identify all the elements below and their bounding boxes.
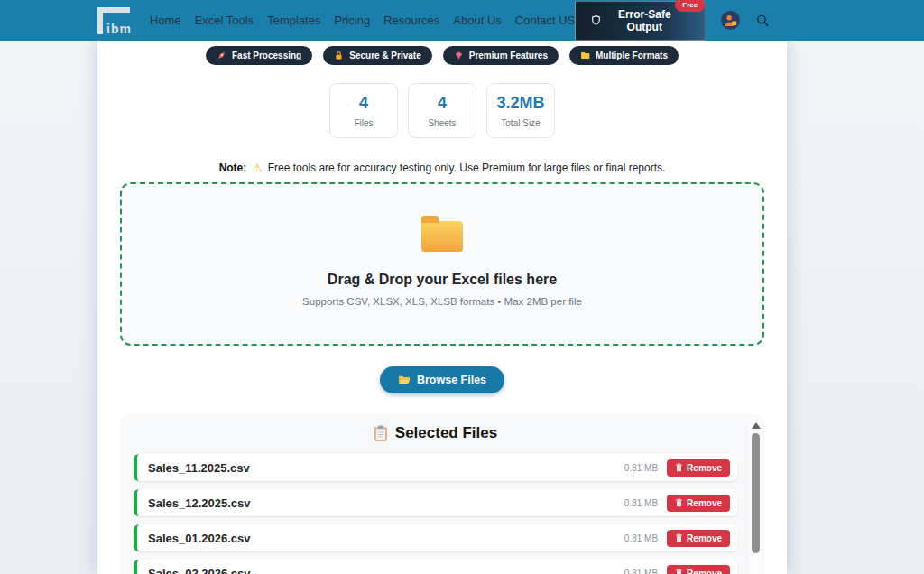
- stat-label: Total Size: [501, 118, 540, 128]
- file-size: 0.81 MB: [624, 498, 658, 508]
- error-safe-label: Error-Safe Output: [607, 8, 681, 33]
- selected-files-title: Selected Files: [134, 424, 737, 442]
- badge-label: Secure & Private: [349, 51, 421, 60]
- lock-icon: [334, 51, 344, 60]
- logo-icon: ibm: [97, 7, 130, 34]
- note-text: Free tools are for accuracy testing only…: [268, 162, 666, 174]
- remove-button[interactable]: Remove: [667, 459, 730, 477]
- selected-files-section: Selected Files Sales_11.2025.csv 0.81 MB…: [120, 414, 764, 574]
- warning-icon: ⚠: [253, 162, 263, 174]
- trash-icon: [675, 569, 683, 574]
- dropzone-subtitle: Supports CSV, XLSX, XLS, XLSB formats • …: [302, 296, 582, 307]
- stat-card-sheets: 4 Sheets: [408, 83, 476, 138]
- note: Note: ⚠ Free tools are for accuracy test…: [97, 162, 787, 174]
- nav-item-contact-us[interactable]: Contact US: [515, 14, 575, 27]
- page: { "navbar": { "logo_text": "ibm", "links…: [0, 0, 924, 574]
- gem-icon: [454, 51, 464, 60]
- nav-item-about-us[interactable]: About Us: [453, 14, 501, 27]
- file-size: 0.81 MB: [624, 463, 658, 473]
- stat-value: 4: [438, 94, 447, 113]
- trash-icon: [675, 463, 683, 472]
- stat-value: 4: [359, 94, 368, 113]
- file-row: Sales_11.2025.csv 0.81 MB Remove: [134, 454, 737, 481]
- file-row: Sales_01.2026.csv 0.81 MB Remove: [134, 524, 737, 551]
- logo-text: ibm: [106, 22, 132, 36]
- folder-icon: [421, 221, 463, 252]
- remove-label: Remove: [687, 498, 722, 508]
- error-safe-output-button[interactable]: Error-Safe Output Free: [575, 1, 706, 41]
- user-lock-icon[interactable]: [721, 9, 740, 32]
- scrollbar[interactable]: [750, 418, 762, 574]
- dropzone-title: Drag & Drop your Excel files here: [328, 272, 557, 288]
- badge-label: Premium Features: [469, 51, 548, 60]
- free-badge: Free: [675, 0, 705, 12]
- file-name: Sales_01.2026.csv: [148, 532, 251, 545]
- navbar: ibm Home Excel Tools Templates Pricing R…: [0, 0, 924, 41]
- remove-button[interactable]: Remove: [667, 495, 730, 512]
- nav-item-excel-tools[interactable]: Excel Tools: [195, 14, 254, 27]
- file-name: Sales_11.2025.csv: [148, 461, 250, 475]
- file-row: Sales_02.2026.csv 0.81 MB Remove: [134, 560, 737, 574]
- remove-button[interactable]: Remove: [667, 565, 730, 574]
- nav-item-resources[interactable]: Resources: [383, 14, 439, 27]
- remove-button[interactable]: Remove: [667, 530, 730, 547]
- stat-value: 3.2MB: [496, 94, 544, 113]
- stat-label: Sheets: [428, 118, 456, 128]
- feature-badges: Fast Processing Secure & Private Premium…: [97, 46, 787, 65]
- badge-secure-private: Secure & Private: [323, 46, 432, 65]
- file-size: 0.81 MB: [624, 533, 658, 543]
- stat-label: Files: [354, 118, 373, 128]
- nav-links: Home Excel Tools Templates Pricing Resou…: [150, 14, 575, 27]
- badge-premium-features: Premium Features: [443, 46, 559, 65]
- dropzone[interactable]: Drag & Drop your Excel files here Suppor…: [120, 182, 764, 346]
- scroll-up-arrow[interactable]: [752, 422, 761, 429]
- stat-card-files: 4 Files: [329, 83, 398, 138]
- main-content: Fast Processing Secure & Private Premium…: [97, 41, 787, 574]
- remove-label: Remove: [687, 569, 722, 574]
- file-list: Sales_11.2025.csv 0.81 MB Remove Sales_1…: [134, 454, 737, 574]
- rocket-icon: [217, 51, 226, 60]
- nav-item-home[interactable]: Home: [150, 14, 181, 27]
- badge-label: Fast Processing: [232, 51, 301, 60]
- nav-item-pricing[interactable]: Pricing: [334, 14, 370, 27]
- browse-row: Browse Files: [97, 366, 787, 393]
- note-label: Note:: [219, 162, 247, 174]
- nav-item-templates[interactable]: Templates: [267, 14, 320, 27]
- trash-icon: [675, 533, 683, 542]
- file-row: Sales_12.2025.csv 0.81 MB Remove: [134, 489, 737, 516]
- open-folder-icon: [398, 375, 411, 385]
- browse-files-button[interactable]: Browse Files: [380, 366, 504, 393]
- navbar-right: Error-Safe Output Free: [575, 1, 771, 41]
- clipboard-icon: [374, 425, 388, 442]
- file-name: Sales_02.2026.csv: [148, 567, 251, 574]
- remove-label: Remove: [687, 463, 722, 473]
- badge-multiple-formats: Multiple Formats: [569, 46, 679, 65]
- shield-icon: [590, 14, 602, 26]
- selected-files-label: Selected Files: [395, 424, 497, 442]
- folder-icon: [580, 51, 590, 60]
- trash-icon: [675, 498, 683, 507]
- badge-fast-processing: Fast Processing: [206, 46, 312, 65]
- badge-label: Multiple Formats: [596, 51, 668, 60]
- remove-label: Remove: [687, 533, 722, 543]
- stat-card-total-size: 3.2MB Total Size: [486, 83, 555, 138]
- scrollbar-thumb[interactable]: [752, 433, 760, 553]
- stats-row: 4 Files 4 Sheets 3.2MB Total Size: [97, 83, 787, 138]
- file-name: Sales_12.2025.csv: [148, 496, 251, 510]
- browse-files-label: Browse Files: [417, 374, 486, 386]
- search-icon[interactable]: [755, 12, 771, 30]
- file-size: 0.81 MB: [624, 569, 658, 574]
- logo[interactable]: ibm: [97, 7, 130, 34]
